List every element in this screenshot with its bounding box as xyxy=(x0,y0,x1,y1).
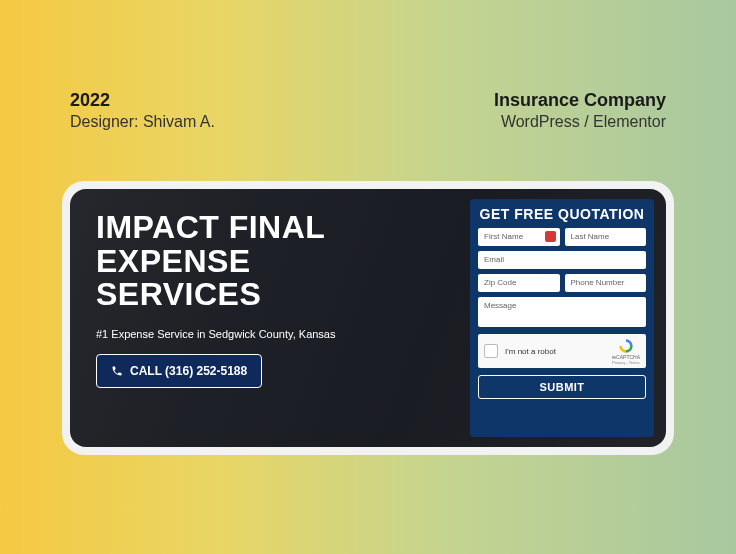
message-field[interactable]: Message xyxy=(478,297,646,327)
last-name-field[interactable]: Last Name xyxy=(565,228,647,246)
platform-label: WordPress / Elementor xyxy=(494,113,666,131)
website-preview: IMPACT FINAL EXPENSE SERVICES #1 Expense… xyxy=(70,189,666,447)
field-placeholder: Email xyxy=(484,255,504,264)
hero-title-line: IMPACT FINAL xyxy=(96,211,460,245)
form-title: GET FREE QUOTATION xyxy=(478,206,646,222)
hero-title: IMPACT FINAL EXPENSE SERVICES xyxy=(96,211,460,312)
recaptcha-logo: reCAPTCHA Privacy - Terms xyxy=(612,338,640,365)
zip-field[interactable]: Zip Code xyxy=(478,274,560,292)
phone-icon xyxy=(111,365,123,377)
hero-title-line: EXPENSE xyxy=(96,245,460,279)
quotation-form: GET FREE QUOTATION First Name Last Name … xyxy=(470,199,654,437)
field-placeholder: Last Name xyxy=(571,232,610,241)
field-placeholder: First Name xyxy=(484,232,523,241)
field-placeholder: Message xyxy=(484,301,516,310)
first-name-field[interactable]: First Name xyxy=(478,228,560,246)
required-badge-icon xyxy=(545,231,556,242)
call-button[interactable]: CALL (316) 252-5188 xyxy=(96,354,262,388)
designer-label: Designer: Shivam A. xyxy=(70,113,215,131)
hero-title-line: SERVICES xyxy=(96,278,460,312)
recaptcha[interactable]: I'm not a robot reCAPTCHA Privacy - Term… xyxy=(478,334,646,368)
recaptcha-terms: Privacy - Terms xyxy=(612,360,639,365)
phone-field[interactable]: Phone Number xyxy=(565,274,647,292)
year-label: 2022 xyxy=(70,90,215,111)
field-placeholder: Phone Number xyxy=(571,278,625,287)
email-field[interactable]: Email xyxy=(478,251,646,269)
company-label: Insurance Company xyxy=(494,90,666,111)
submit-button[interactable]: SUBMIT xyxy=(478,375,646,399)
call-button-label: CALL (316) 252-5188 xyxy=(130,364,247,378)
hero-subtitle: #1 Expense Service in Sedgwick County, K… xyxy=(96,328,460,340)
recaptcha-checkbox[interactable] xyxy=(484,344,498,358)
recaptcha-icon xyxy=(618,338,634,354)
field-placeholder: Zip Code xyxy=(484,278,516,287)
recaptcha-text: I'm not a robot xyxy=(505,347,612,356)
showcase-card: IMPACT FINAL EXPENSE SERVICES #1 Expense… xyxy=(62,181,674,455)
